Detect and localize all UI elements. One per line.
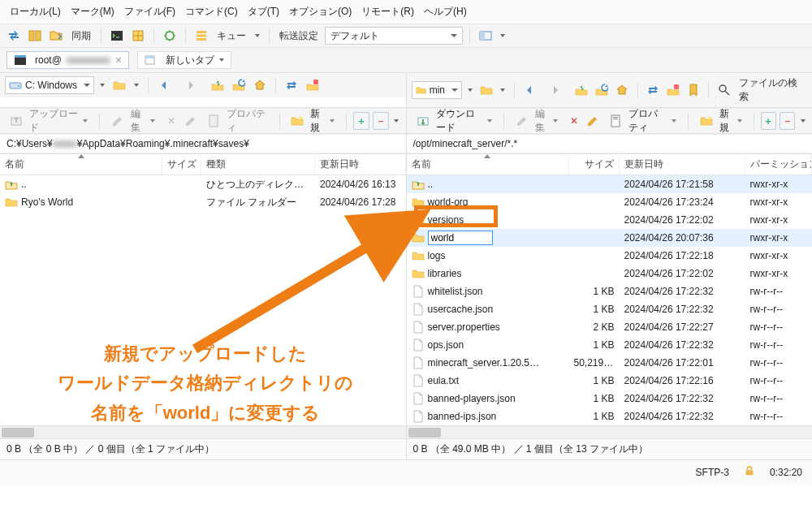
right-up-icon[interactable] <box>573 81 590 99</box>
menu-help[interactable]: ヘルプ(H) <box>421 3 470 20</box>
right-list[interactable]: ..2024/04/26 17:21:58rwxr-xr-xworld-org2… <box>407 175 813 425</box>
right-delete-icon[interactable]: ✕ <box>566 112 581 130</box>
menu-file[interactable]: ファイル(F) <box>121 3 179 20</box>
right-new-button[interactable]: 新規 <box>695 112 747 130</box>
right-hscroll[interactable] <box>407 425 813 438</box>
right-open-folder-dropdown[interactable] <box>498 81 507 99</box>
list-item[interactable]: versions2024/04/26 17:22:02rwxr-xr-x <box>407 211 813 229</box>
list-item[interactable]: banned-players.json1 KB2024/04/26 17:22:… <box>407 390 813 407</box>
menu-local[interactable]: ローカル(L) <box>6 3 64 20</box>
list-item[interactable]: server.properties2 KB2024/04/26 17:22:27… <box>407 318 813 336</box>
sync-label[interactable]: 同期 <box>68 29 94 43</box>
left-path[interactable]: C:¥Users¥xxxxx¥AppData¥Roaming¥.minecraf… <box>0 134 406 153</box>
left-back-icon[interactable] <box>155 76 173 94</box>
list-item[interactable]: banned-ips.json1 KB2024/04/26 17:22:32rw… <box>407 407 813 425</box>
sync-direction-icon[interactable] <box>5 27 23 45</box>
left-col-name[interactable]: 名前 <box>0 154 162 175</box>
right-col-updated[interactable]: 更新日時 <box>620 154 745 175</box>
queue-label[interactable]: キュー <box>214 29 249 43</box>
right-home-icon[interactable] <box>614 81 631 99</box>
left-drive-history[interactable] <box>97 76 107 94</box>
toggle-layout-icon[interactable] <box>477 27 495 45</box>
upload-button[interactable]: アップロード <box>5 112 93 130</box>
session-tab-active[interactable]: root@ xxxxxxxxx × <box>6 51 129 69</box>
list-item[interactable]: usercache.json1 KB2024/04/26 17:22:32rw-… <box>407 300 813 318</box>
left-col-size[interactable]: サイズ <box>162 154 201 175</box>
left-selection-dropdown[interactable] <box>392 112 401 130</box>
sync-browse-icon[interactable] <box>47 27 65 45</box>
list-item[interactable]: ops.json1 KB2024/04/26 17:22:32rw-r--r-- <box>407 336 813 354</box>
right-minus-icon[interactable]: － <box>780 112 795 130</box>
right-edit-button[interactable]: 編集 <box>511 112 563 130</box>
left-edit-button[interactable]: 編集 <box>106 112 160 130</box>
right-sync-dirs-icon[interactable] <box>644 81 661 99</box>
queue-dropdown[interactable] <box>253 27 262 45</box>
explorer-icon[interactable] <box>129 27 147 45</box>
list-item[interactable]: Ryo's Worldファイル フォルダー2024/04/26 17:28 <box>0 193 406 211</box>
right-refresh-icon[interactable] <box>594 81 611 99</box>
edit-icon <box>516 114 529 127</box>
menu-option[interactable]: オプション(O) <box>286 3 355 20</box>
right-filter-icon[interactable] <box>664 81 681 99</box>
left-sync-dirs-icon[interactable] <box>283 76 300 94</box>
menu-mark[interactable]: マーク(M) <box>67 3 118 20</box>
menu-tab[interactable]: タブ(T) <box>244 3 283 20</box>
menu-command[interactable]: コマンド(C) <box>182 3 241 20</box>
menu-remote[interactable]: リモート(R) <box>358 3 417 20</box>
layout-dropdown[interactable] <box>498 27 508 45</box>
list-item[interactable]: libraries2024/04/26 17:22:02rwxr-xr-x <box>407 265 813 282</box>
left-drive-combo[interactable]: C: Windows <box>5 76 94 94</box>
queue-icon[interactable] <box>192 27 210 45</box>
right-forward-icon[interactable] <box>547 81 564 99</box>
console-icon[interactable] <box>108 27 126 45</box>
rename-input[interactable] <box>428 231 493 245</box>
right-properties-button[interactable]: プロパティ <box>604 112 681 130</box>
right-back-icon[interactable] <box>521 81 538 99</box>
left-col-kind[interactable]: 種類 <box>201 154 315 175</box>
session-tab-close-icon[interactable]: × <box>115 54 122 66</box>
list-item[interactable]: ..2024/04/26 17:21:58rwxr-xr-x <box>407 175 813 193</box>
right-bookmark-icon[interactable] <box>685 81 702 99</box>
left-filter-icon[interactable] <box>304 76 322 94</box>
left-home-icon[interactable] <box>251 76 269 94</box>
right-path[interactable]: /opt/minecraft_server/*.* <box>407 134 813 153</box>
list-item[interactable]: ..ひとつ上のディレクトリ2024/04/26 16:13 <box>0 175 406 193</box>
left-new-button[interactable]: 新規 <box>286 112 339 130</box>
right-drive-combo[interactable]: min <box>412 81 463 99</box>
left-refresh-icon[interactable] <box>230 76 248 94</box>
panels-action: アップロード 編集 ✕ プロパティ 新規 ＋ － <box>0 107 812 133</box>
left-forward-icon[interactable] <box>182 76 200 94</box>
compare-icon[interactable] <box>26 27 44 45</box>
right-open-folder-icon[interactable] <box>478 81 495 99</box>
list-item[interactable]: 2024/04/26 20:07:36rwxr-xr-x <box>407 229 813 247</box>
sync-settings-icon[interactable] <box>161 27 179 45</box>
list-item[interactable]: whitelist.json1 KB2024/04/26 17:22:32rw-… <box>407 282 813 300</box>
right-col-name[interactable]: 名前 <box>407 154 569 175</box>
left-properties-button[interactable]: プロパティ <box>202 112 273 130</box>
right-plus-icon[interactable]: ＋ <box>761 112 776 130</box>
list-item[interactable]: minecraft_server.1.20.5…50,219 KB2024/04… <box>407 354 813 372</box>
list-item[interactable]: world-org2024/04/26 17:23:24rwxr-xr-x <box>407 193 813 211</box>
right-col-perm[interactable]: パーミッション <box>745 154 813 175</box>
left-col-updated[interactable]: 更新日時 <box>315 154 406 175</box>
right-edit2-icon[interactable] <box>585 112 600 130</box>
search-icon[interactable] <box>715 81 732 99</box>
download-button[interactable]: ダウンロード <box>412 112 498 130</box>
list-item[interactable]: eula.txt1 KB2024/04/26 17:22:16rw-r--r-- <box>407 372 813 390</box>
search-label[interactable]: ファイルの検索 <box>736 76 807 104</box>
right-selection-dropdown[interactable] <box>798 112 807 130</box>
right-drive-history[interactable] <box>465 81 474 99</box>
left-hscroll[interactable] <box>0 425 406 438</box>
left-plus-icon[interactable]: ＋ <box>353 112 369 130</box>
left-minus-icon[interactable]: － <box>373 112 389 130</box>
right-col-size[interactable]: サイズ <box>569 154 620 175</box>
left-list[interactable]: ..ひとつ上のディレクトリ2024/04/26 16:13Ryo's World… <box>0 175 406 425</box>
left-up-icon[interactable] <box>209 76 227 94</box>
transfer-preset-dropdown[interactable]: デフォルト <box>325 27 463 45</box>
left-delete-icon[interactable]: ✕ <box>163 112 179 130</box>
session-new-tab[interactable]: 新しいタブ <box>137 51 231 69</box>
list-item[interactable]: logs2024/04/26 17:22:18rwxr-xr-x <box>407 247 813 265</box>
left-edit2-icon[interactable] <box>183 112 199 130</box>
left-open-folder-icon[interactable] <box>110 76 128 94</box>
left-open-folder-dropdown[interactable] <box>132 76 141 94</box>
